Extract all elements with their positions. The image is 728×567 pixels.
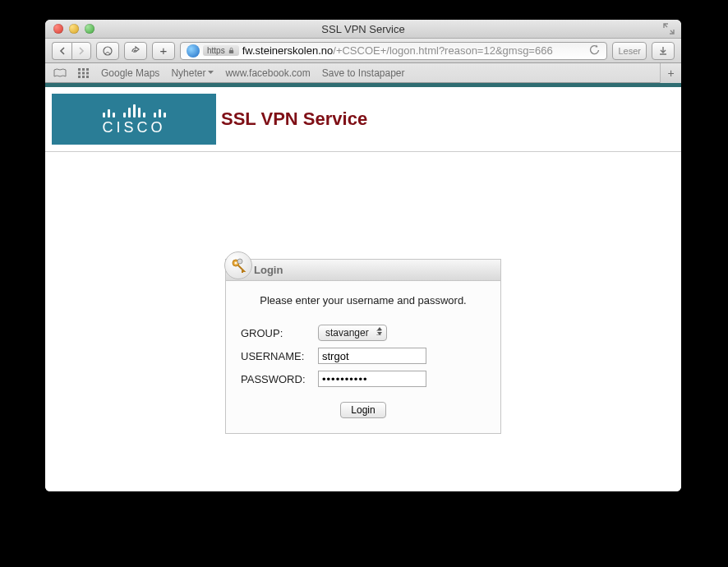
svg-rect-2: [78, 68, 81, 71]
bookmark-bar: Google Maps Nyheter www.facebook.com Sav…: [45, 63, 681, 83]
https-label: https: [207, 46, 225, 55]
svg-rect-5: [78, 71, 81, 74]
username-label: USERNAME:: [241, 350, 318, 362]
svg-rect-1: [228, 50, 233, 53]
password-input[interactable]: [318, 371, 426, 387]
group-value: stavanger: [325, 327, 369, 339]
url-path: /+CSCOE+/logon.html?reason=12&gmsg=666: [333, 44, 552, 57]
isites-button[interactable]: [96, 42, 119, 60]
password-label: PASSWORD:: [241, 373, 318, 385]
lock-icon: [228, 47, 235, 54]
svg-rect-4: [86, 68, 89, 71]
new-tab-button[interactable]: +: [660, 63, 681, 83]
browser-window: SSL VPN Service +: [45, 20, 681, 491]
svg-rect-6: [82, 71, 85, 74]
downloads-button[interactable]: [652, 42, 675, 60]
bookmark-item[interactable]: Google Maps: [101, 67, 159, 79]
url-text: fw.steinerskolen.no/+CSCOE+/logon.html?r…: [242, 44, 553, 57]
svg-point-12: [234, 261, 237, 264]
cisco-bridge-icon: [103, 103, 166, 118]
svg-rect-9: [82, 76, 85, 78]
book-icon[interactable]: [53, 68, 67, 78]
cisco-logo: CISCO: [52, 94, 216, 145]
address-bar[interactable]: https fw.steinerskolen.no/+CSCOE+/logon.…: [180, 42, 607, 60]
page-content: CISCO SSL VPN Service: [45, 87, 681, 491]
titlebar: SSL VPN Service: [45, 20, 681, 39]
cisco-wordmark: CISCO: [102, 119, 165, 136]
topsites-icon[interactable]: [78, 68, 90, 78]
forward-button[interactable]: [71, 42, 91, 60]
add-bookmark-button[interactable]: +: [152, 42, 175, 60]
close-window-button[interactable]: [53, 24, 63, 34]
bookmark-item[interactable]: www.facebook.com: [225, 67, 310, 79]
bookmark-folder[interactable]: Nyheter: [171, 67, 214, 79]
login-header-label: Login: [254, 264, 283, 276]
window-title: SSL VPN Service: [45, 23, 681, 35]
group-select[interactable]: stavanger: [318, 325, 387, 341]
group-label: GROUP:: [241, 327, 318, 339]
keys-icon: [224, 251, 252, 279]
https-badge: https: [203, 45, 239, 56]
svg-rect-3: [82, 68, 85, 71]
svg-rect-7: [86, 71, 89, 74]
chevron-down-icon: [208, 71, 214, 75]
login-panel: Login Please enter your username and pas…: [225, 259, 501, 434]
reader-button[interactable]: Leser: [612, 42, 647, 60]
login-header: Login: [226, 260, 500, 281]
fullscreen-icon[interactable]: [663, 23, 675, 35]
share-button[interactable]: [124, 42, 147, 60]
back-button[interactable]: [52, 42, 71, 60]
browser-toolbar: + https fw.steinerskolen.no/+CSCOE+/logo…: [45, 39, 681, 63]
bookmark-item[interactable]: Save to Instapaper: [322, 67, 405, 79]
username-input[interactable]: [318, 348, 426, 364]
login-prompt: Please enter your username and password.: [241, 294, 486, 307]
svg-point-0: [104, 47, 112, 55]
site-favicon-icon: [187, 44, 200, 58]
page-title: SSL VPN Service: [221, 108, 367, 130]
svg-point-13: [237, 259, 242, 264]
svg-rect-10: [86, 76, 89, 78]
url-host: fw.steinerskolen.no: [242, 44, 334, 57]
page-header: CISCO SSL VPN Service: [45, 87, 681, 152]
zoom-window-button[interactable]: [85, 24, 94, 34]
select-stepper-icon: [377, 327, 382, 335]
minimize-window-button[interactable]: [69, 24, 79, 34]
reload-button[interactable]: [586, 44, 603, 58]
svg-rect-8: [78, 76, 81, 78]
login-button[interactable]: Login: [340, 402, 385, 418]
